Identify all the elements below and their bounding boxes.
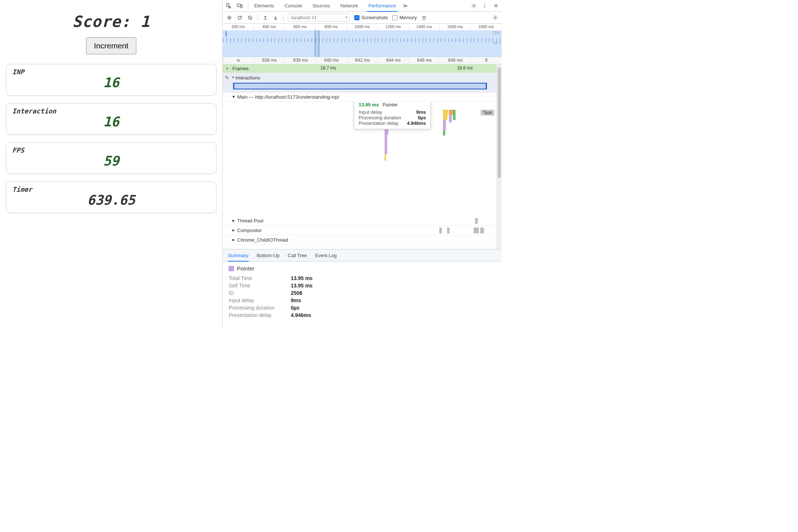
devtools-tab[interactable]: Console (284, 3, 303, 8)
tooltip-row: Processing duration0µs (359, 115, 426, 120)
interactions-track[interactable]: ✎ ▾ Interactions (223, 73, 502, 93)
clear-icon[interactable] (247, 15, 253, 21)
flame-ruler[interactable]: ıs636 ms638 ms640 ms642 ms644 ms646 ms64… (223, 57, 502, 64)
reload-icon[interactable] (237, 15, 243, 21)
increment-button[interactable]: Increment (86, 37, 136, 54)
ruler-tick: ıs (223, 57, 254, 64)
summary-panel: Pointer Total Time13.95 msSelf Time13.95… (223, 262, 502, 327)
thread-label: Compositor (237, 228, 262, 233)
perf-toolbar: localhost #1 ✓ Screenshots Memory (223, 12, 502, 24)
svg-rect-1 (241, 5, 242, 8)
devtools-tab[interactable]: Sources (312, 3, 331, 8)
overview-tick: 1200 ms (378, 24, 409, 30)
svg-point-7 (229, 17, 230, 18)
devtools-tab[interactable]: Performance (368, 3, 396, 8)
frame-duration: 16.7 ms (320, 65, 336, 71)
device-toggle-icon[interactable] (237, 3, 243, 9)
perf-settings-icon[interactable] (492, 15, 498, 21)
overview-tick: 200 ms (223, 24, 254, 30)
thread-track[interactable]: ▸Compositor (223, 226, 502, 235)
overview-tick: 1600 ms (440, 24, 471, 30)
frames-track[interactable]: ▸ Frames 16.7 ms 16.8 ms (223, 64, 502, 73)
profile-select[interactable]: localhost #1 (288, 14, 350, 21)
metric-card: Timer 639.65 (6, 181, 216, 213)
download-icon[interactable] (273, 15, 279, 21)
metric-value: 16 (12, 75, 210, 90)
frame-duration: 16.8 ms (457, 65, 473, 71)
overview-tick: 400 ms (254, 24, 285, 30)
task-label: Task (481, 110, 494, 116)
overview-timeline[interactable]: 200 ms400 ms600 ms800 ms1000 ms1200 ms14… (223, 24, 502, 57)
thread-label: Chrome_ChildIOThread (237, 237, 288, 243)
upload-icon[interactable] (262, 15, 268, 21)
settings-icon[interactable] (471, 3, 477, 9)
devtools-tab[interactable]: Network (340, 3, 359, 8)
metric-card: FPS 59 (6, 142, 216, 174)
metric-label: Interaction (12, 107, 210, 115)
svg-point-5 (484, 7, 485, 8)
overview-tick: 1800 ms (471, 24, 502, 30)
metric-label: FPS (12, 146, 210, 154)
close-icon[interactable] (493, 3, 499, 9)
overview-tick: 1000 ms (347, 24, 378, 30)
metric-value: 59 (12, 153, 210, 168)
interaction-tooltip: 13.95 ms Pointer Input delay9msProcessin… (354, 102, 431, 129)
interaction-bar[interactable] (233, 83, 487, 89)
tooltip-type: Pointer (382, 102, 398, 108)
summary-row: Input delay9ms (229, 297, 496, 303)
metric-label: INP (12, 68, 210, 76)
thread-label: Thread Pool (237, 218, 263, 224)
detail-tabs: SummaryBottom-UpCall TreeEvent Log (223, 249, 502, 262)
flame-chart[interactable]: ▸ Frames 16.7 ms 16.8 ms ✎ ▾ Interaction… (223, 64, 502, 249)
summary-title: Pointer (237, 265, 255, 272)
summary-row: Total Time13.95 ms (229, 275, 496, 281)
detail-tab[interactable]: Call Tree (288, 253, 307, 258)
ruler-tick: 648 ms (440, 57, 471, 64)
detail-tab[interactable]: Bottom-Up (257, 253, 280, 258)
memory-checkbox[interactable]: Memory (392, 15, 417, 20)
tooltip-ms: 13.95 ms (359, 102, 379, 108)
svg-point-2 (473, 5, 474, 6)
metric-value: 639.65 (12, 192, 210, 208)
ruler-tick: 6 (471, 57, 502, 64)
screenshots-label: Screenshots (361, 15, 388, 20)
devtools-tab[interactable]: Elements (253, 3, 275, 8)
ruler-tick: 644 ms (378, 57, 409, 64)
ruler-tick: 636 ms (254, 57, 285, 64)
detail-tab[interactable]: Summary (228, 253, 249, 258)
inspect-icon[interactable] (226, 3, 232, 9)
devtools-header: ElementsConsoleSourcesNetworkPerformance… (223, 0, 502, 12)
tooltip-row: Input delay9ms (359, 109, 426, 115)
summary-row: Presentation delay4.946ms (229, 312, 496, 318)
flame-scrollbar[interactable] (497, 64, 502, 249)
summary-row: Processing duration0µs (229, 305, 496, 311)
tooltip-row: Presentation delay4.946ms (359, 120, 426, 126)
demo-app: Score: 1 Increment INP 16Interaction 16F… (0, 0, 222, 327)
checkbox-icon (392, 15, 398, 20)
main-track-header[interactable]: ▾ Main — http://localhost:5173/understan… (223, 93, 502, 102)
svg-rect-0 (237, 4, 241, 7)
interactions-label: Interactions (235, 75, 260, 81)
detail-tab[interactable]: Event Log (315, 253, 337, 258)
thread-track[interactable]: ▸Chrome_ChildIOThread (223, 235, 502, 245)
kebab-icon[interactable] (482, 3, 488, 9)
svg-point-3 (484, 4, 485, 4)
overview-tick: 600 ms (285, 24, 316, 30)
swatch-icon (229, 266, 234, 271)
svg-point-4 (484, 5, 485, 6)
gc-icon[interactable] (421, 15, 427, 21)
metric-label: Timer (12, 185, 210, 193)
record-icon[interactable] (226, 15, 232, 21)
pencil-icon[interactable]: ✎ (223, 75, 231, 81)
svg-point-9 (494, 17, 496, 18)
main-flame-body[interactable]: Task (223, 102, 502, 216)
memory-label: Memory (399, 15, 417, 20)
screenshots-checkbox[interactable]: ✓ Screenshots (354, 15, 388, 20)
metric-card: INP 16 (6, 64, 216, 96)
ruler-tick: 638 ms (285, 57, 316, 64)
thread-track[interactable]: ▸Thread Pool (223, 216, 502, 226)
overview-tick: 800 ms (316, 24, 347, 30)
ruler-tick: 646 ms (409, 57, 440, 64)
more-tabs-button[interactable]: ≫ (402, 3, 409, 8)
summary-row: Self Time13.95 ms (229, 283, 496, 289)
